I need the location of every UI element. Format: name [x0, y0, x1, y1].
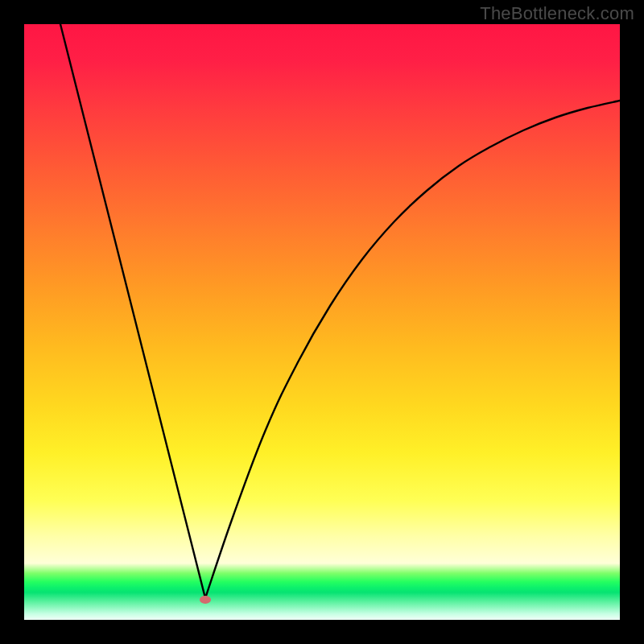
- plot-area: [24, 24, 620, 620]
- minimum-marker: [200, 596, 211, 604]
- curve-path: [60, 24, 620, 598]
- chart-frame: TheBottleneck.com: [0, 0, 644, 644]
- watermark-text: TheBottleneck.com: [480, 3, 634, 24]
- bottleneck-curve: [24, 24, 620, 620]
